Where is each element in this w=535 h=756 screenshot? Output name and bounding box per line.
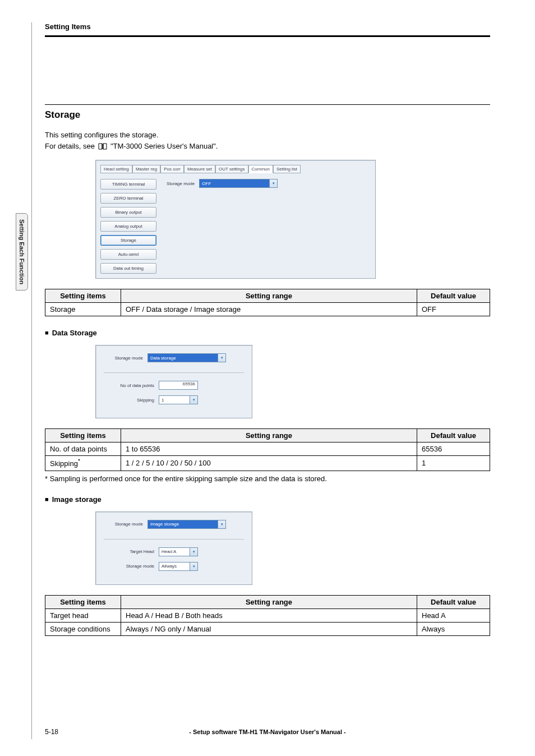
chevron-down-icon: ▾ bbox=[190, 548, 197, 556]
col-setting-items: Setting items bbox=[45, 429, 121, 442]
chevron-down-icon: ▾ bbox=[190, 396, 197, 404]
cell-item: Storage bbox=[45, 303, 121, 316]
ds-skipping-label: Skipping bbox=[104, 398, 154, 403]
intro-manual: "TM-3000 Series User's Manual". bbox=[110, 141, 218, 152]
col-setting-range: Setting range bbox=[121, 289, 417, 303]
table-row: No. of data points 1 to 65536 65536 bbox=[45, 442, 490, 456]
ds-points-label: No of data points bbox=[104, 383, 154, 388]
ds-skipping-select[interactable]: 1 ▾ bbox=[159, 395, 198, 404]
cell-item-text: Skipping bbox=[50, 460, 78, 468]
tab-master-reg[interactable]: Master reg bbox=[132, 165, 160, 173]
tab-measure-set[interactable]: Measure set bbox=[184, 165, 215, 173]
cell-item: Skipping* bbox=[45, 456, 121, 471]
btn-binary-output[interactable]: Binary output bbox=[100, 207, 156, 218]
is-mode-select[interactable]: Image storage ▾ bbox=[147, 520, 226, 529]
section-rule bbox=[45, 104, 490, 105]
storage-mode-label: Storage mode bbox=[167, 181, 195, 186]
chevron-down-icon: ▾ bbox=[269, 179, 277, 187]
btn-timing-terminal[interactable]: TIMING terminal bbox=[100, 179, 156, 190]
image-storage-table: Setting items Setting range Default valu… bbox=[45, 595, 490, 636]
table-row: Skipping* 1 / 2 / 5 / 10 / 20 / 50 / 100… bbox=[45, 456, 490, 471]
image-storage-panel: Storage mode Image storage ▾ Target Head… bbox=[95, 511, 252, 585]
panel-content: Storage mode OFF ▾ bbox=[167, 179, 278, 274]
intro-line-2: For details, see "TM-3000 Series User's … bbox=[45, 141, 218, 152]
col-setting-range: Setting range bbox=[121, 429, 417, 442]
image-storage-heading: ■Image storage bbox=[45, 495, 490, 504]
col-default-value: Default value bbox=[417, 595, 490, 609]
btn-auto-send[interactable]: Auto-send bbox=[100, 249, 156, 260]
btn-storage[interactable]: Storage bbox=[100, 235, 156, 246]
page-number: 5-18 bbox=[45, 728, 58, 736]
table-row: Target head Head A / Head B / Both heads… bbox=[45, 609, 490, 622]
col-setting-items: Setting items bbox=[45, 595, 121, 609]
data-storage-heading: ■Data Storage bbox=[45, 329, 490, 337]
intro-prefix: For details, see bbox=[45, 141, 95, 152]
chevron-down-icon: ▾ bbox=[190, 563, 197, 570]
table-row: Storage OFF / Data storage / Image stora… bbox=[45, 303, 490, 316]
cell-default: 65536 bbox=[417, 442, 490, 456]
storage-panel-screenshot: Head setting Master reg Pos corr Measure… bbox=[95, 160, 376, 279]
ds-divider bbox=[104, 372, 244, 373]
col-setting-items: Setting items bbox=[45, 289, 121, 303]
cell-range: OFF / Data storage / Image storage bbox=[121, 303, 417, 316]
ds-mode-select[interactable]: Data storage ▾ bbox=[147, 353, 226, 362]
tab-common[interactable]: Common bbox=[248, 165, 273, 173]
cell-item: No. of data points bbox=[45, 442, 121, 456]
table-header-row: Setting items Setting range Default valu… bbox=[45, 429, 490, 442]
tab-head-setting[interactable]: Head setting bbox=[100, 165, 132, 173]
cell-range: 1 to 65536 bbox=[121, 442, 417, 456]
cell-default: Always bbox=[417, 622, 490, 635]
chevron-down-icon: ▾ bbox=[218, 354, 225, 362]
side-tab: Setting Each Function bbox=[16, 213, 28, 291]
cell-range: 1 / 2 / 5 / 10 / 20 / 50 / 100 bbox=[121, 456, 417, 471]
table-row: Storage conditions Always / NG only / Ma… bbox=[45, 622, 490, 635]
ds-mode-label: Storage mode bbox=[104, 356, 143, 361]
ds-mode-value: Data storage bbox=[150, 356, 176, 361]
tab-out-settings[interactable]: OUT settings bbox=[215, 165, 248, 173]
storage-table: Setting items Setting range Default valu… bbox=[45, 289, 490, 316]
cell-item: Target head bbox=[45, 609, 121, 622]
cell-range: Always / NG only / Manual bbox=[121, 622, 417, 635]
ds-points-input[interactable]: 65536 bbox=[159, 381, 198, 390]
cell-item: Storage conditions bbox=[45, 622, 121, 635]
cell-default: 1 bbox=[417, 456, 490, 471]
footer-manual-title: - Setup software TM-H1 TM-Navigator User… bbox=[189, 729, 346, 735]
storage-mode-value: OFF bbox=[202, 181, 211, 186]
data-storage-table: Setting items Setting range Default valu… bbox=[45, 428, 490, 471]
data-storage-panel: Storage mode Data storage ▾ No of data p… bbox=[95, 345, 252, 418]
storage-mode-select[interactable]: OFF ▾ bbox=[199, 179, 278, 188]
section-heading: Storage bbox=[45, 109, 490, 121]
data-storage-footnote: * Sampling is performed once for the ent… bbox=[45, 474, 490, 483]
data-storage-heading-text: Data Storage bbox=[52, 329, 97, 337]
is-divider bbox=[104, 539, 244, 540]
is-cond-select[interactable]: Allways ▾ bbox=[159, 562, 198, 571]
btn-data-out-timing[interactable]: Data out timing bbox=[100, 263, 156, 274]
page-footer: 5-18 - Setup software TM-H1 TM-Navigator… bbox=[45, 728, 490, 736]
cell-default: Head A bbox=[417, 609, 490, 622]
ds-skipping-value: 1 bbox=[162, 398, 164, 403]
left-margin-rule bbox=[31, 22, 32, 739]
is-target-label: Target Head bbox=[104, 549, 154, 554]
header-rule bbox=[45, 35, 490, 37]
tab-pos-corr[interactable]: Pos corr bbox=[160, 165, 184, 173]
panel-side-buttons: TIMING terminal ZERO terminal Binary out… bbox=[100, 179, 156, 274]
intro-line-1: This setting configures the storage. bbox=[45, 130, 490, 141]
btn-zero-terminal[interactable]: ZERO terminal bbox=[100, 193, 156, 204]
panel-tabs: Head setting Master reg Pos corr Measure… bbox=[100, 165, 371, 173]
col-default-value: Default value bbox=[417, 289, 490, 303]
is-cond-label: Storage mode bbox=[104, 564, 154, 569]
is-cond-value: Allways bbox=[162, 564, 177, 569]
is-mode-label: Storage mode bbox=[104, 522, 143, 527]
btn-analog-output[interactable]: Analog output bbox=[100, 221, 156, 232]
table-header-row: Setting items Setting range Default valu… bbox=[45, 289, 490, 303]
chevron-down-icon: ▾ bbox=[218, 520, 225, 528]
cell-default: OFF bbox=[417, 303, 490, 316]
image-storage-heading-text: Image storage bbox=[52, 495, 102, 504]
is-target-select[interactable]: Head A ▾ bbox=[159, 547, 198, 556]
is-target-value: Head A bbox=[162, 549, 176, 554]
page-header-title: Setting Items bbox=[45, 22, 490, 31]
col-default-value: Default value bbox=[417, 429, 490, 442]
col-setting-range: Setting range bbox=[121, 595, 417, 609]
tab-setting-list[interactable]: Setting list bbox=[273, 165, 301, 173]
is-mode-value: Image storage bbox=[150, 522, 179, 527]
